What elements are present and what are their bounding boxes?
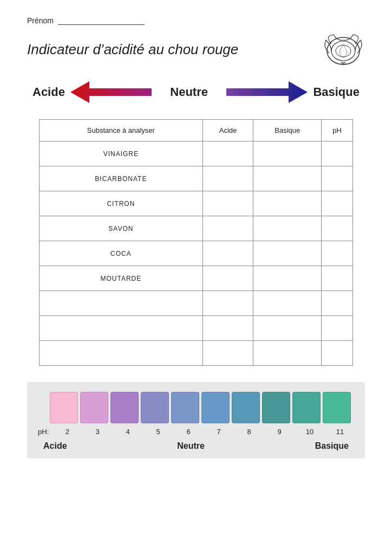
ph-box-3 <box>80 392 108 423</box>
ph-number-6: 6 <box>174 428 202 436</box>
basique-cell <box>253 266 322 291</box>
ph-numbers-row: pH: 234567891011 <box>38 428 354 436</box>
substance-cell <box>40 341 203 366</box>
ph-box-7 <box>201 392 230 423</box>
col-basique: Basique <box>253 120 322 141</box>
ph-boxes-row <box>38 392 354 423</box>
substance-table-container: Substance à analyser Acide Basique pH VI… <box>39 119 353 366</box>
ph-num-label: pH: <box>38 428 49 436</box>
table-row: MOUTARDE <box>40 266 353 291</box>
basique-cell <box>253 316 322 341</box>
basique-cell <box>253 241 322 266</box>
table-row <box>40 316 353 341</box>
table-header-row: Substance à analyser Acide Basique pH <box>40 120 353 141</box>
ph-number-8: 8 <box>235 428 263 436</box>
acide-cell <box>202 191 253 216</box>
ph-basique-label: Basique <box>315 441 349 451</box>
acide-cell <box>202 291 253 316</box>
acide-group: Acide <box>32 81 152 103</box>
acide-arrow-icon <box>70 81 152 103</box>
ph-number-4: 4 <box>114 428 142 436</box>
substance-cell: VINAIGRE <box>40 141 203 166</box>
ph-box-10 <box>292 392 321 423</box>
prenom-row: Prénom <box>27 16 365 25</box>
acide-cell <box>202 341 253 366</box>
table-row: CITRON <box>40 191 353 216</box>
basique-arrow-icon <box>226 81 308 103</box>
col-acide: Acide <box>202 120 253 141</box>
basique-cell <box>253 191 322 216</box>
ph-box-9 <box>262 392 290 423</box>
acide-label: Acide <box>32 85 65 99</box>
acide-cell <box>202 216 253 241</box>
acide-cell <box>202 166 253 191</box>
neutre-label: Neutre <box>170 85 208 99</box>
ph-box-11 <box>323 392 351 423</box>
substance-cell: SAVON <box>40 216 203 241</box>
table-row <box>40 341 353 366</box>
substance-table: Substance à analyser Acide Basique pH VI… <box>39 119 353 366</box>
ph-box-2 <box>50 392 78 423</box>
basique-cell <box>253 141 322 166</box>
ph-cell <box>322 241 353 266</box>
substance-cell <box>40 316 203 341</box>
ph-cell <box>322 166 353 191</box>
ph-cell <box>322 191 353 216</box>
acide-cell <box>202 141 253 166</box>
substance-cell: MOUTARDE <box>40 266 203 291</box>
ph-number-3: 3 <box>83 428 112 436</box>
ph-box-4 <box>110 392 139 423</box>
substance-cell: COCA <box>40 241 203 266</box>
ph-cell <box>322 216 353 241</box>
ph-box-6 <box>171 392 199 423</box>
acide-cell <box>202 241 253 266</box>
svg-marker-4 <box>226 81 308 103</box>
ph-acide-label: Acide <box>43 441 67 451</box>
col-ph: pH <box>322 120 353 141</box>
basique-group: Basique <box>226 81 360 103</box>
acide-cell <box>202 316 253 341</box>
col-substance: Substance à analyser <box>40 120 203 141</box>
svg-point-1 <box>331 41 355 61</box>
arrows-row: Acide Neutre Basique <box>27 81 365 103</box>
table-row: COCA <box>40 241 353 266</box>
ph-number-11: 11 <box>326 428 354 436</box>
basique-cell <box>253 216 322 241</box>
svg-point-2 <box>336 45 351 57</box>
svg-marker-3 <box>70 81 152 103</box>
header-row: Indicateur d’acidité au chou rouge <box>27 30 365 68</box>
ph-number-5: 5 <box>144 428 172 436</box>
prenom-label: Prénom <box>27 16 54 25</box>
table-row: VINAIGRE <box>40 141 353 166</box>
prenom-underline[interactable] <box>58 16 145 25</box>
ph-number-10: 10 <box>296 428 324 436</box>
substance-cell: CITRON <box>40 191 203 216</box>
basique-cell <box>253 291 322 316</box>
ph-neutre-label: Neutre <box>177 441 205 451</box>
ph-cell <box>322 291 353 316</box>
ph-labels-row: Acide Neutre Basique <box>38 441 354 451</box>
ph-cell <box>322 141 353 166</box>
substance-cell: BICARBONATE <box>40 166 203 191</box>
table-row <box>40 291 353 316</box>
ph-box-8 <box>232 392 260 423</box>
basique-label: Basique <box>313 85 360 99</box>
ph-cell <box>322 266 353 291</box>
ph-box-5 <box>141 392 169 423</box>
basique-cell <box>253 341 322 366</box>
ph-cell <box>322 341 353 366</box>
substance-cell <box>40 291 203 316</box>
basique-cell <box>253 166 322 191</box>
acide-cell <box>202 266 253 291</box>
ph-cell <box>322 316 353 341</box>
table-row: BICARBONATE <box>40 166 353 191</box>
ph-number-2: 2 <box>53 428 81 436</box>
page-title: Indicateur d’acidité au chou rouge <box>27 41 322 58</box>
ph-scale-container: pH: 234567891011 Acide Neutre Basique <box>27 382 365 459</box>
table-row: SAVON <box>40 216 353 241</box>
cabbage-icon <box>322 30 365 68</box>
ph-number-9: 9 <box>265 428 293 436</box>
ph-number-7: 7 <box>205 428 233 436</box>
